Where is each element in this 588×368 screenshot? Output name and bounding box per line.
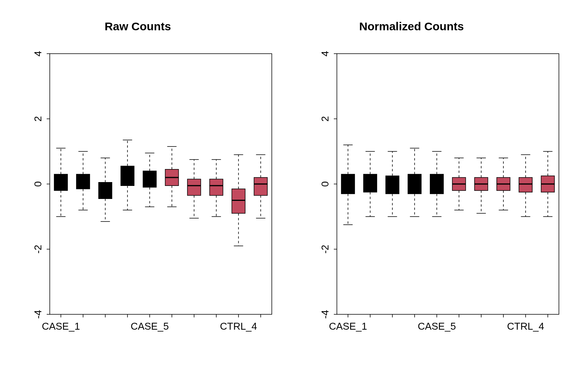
svg-text:-2: -2 — [319, 245, 331, 253]
svg-rect-78 — [254, 177, 268, 196]
svg-text:CASE_1: CASE_1 — [42, 320, 80, 332]
svg-rect-71 — [232, 189, 245, 214]
chart-title-left: Raw Counts — [88, 20, 188, 33]
svg-rect-64 — [210, 179, 223, 196]
svg-text:-4: -4 — [32, 310, 44, 319]
svg-text:2: 2 — [319, 116, 331, 122]
svg-text:CTRL_4: CTRL_4 — [220, 320, 257, 332]
boxplot-left: -4-2024CASE_1CASE_5CTRL_4 — [4, 38, 287, 356]
chart-canvas: Raw Counts Normalized Counts -4-2024CASE… — [0, 0, 588, 368]
svg-text:0: 0 — [319, 181, 331, 187]
svg-text:4: 4 — [32, 51, 44, 56]
svg-rect-113 — [386, 176, 399, 194]
svg-text:4: 4 — [319, 51, 331, 56]
svg-text:CASE_1: CASE_1 — [329, 320, 367, 332]
svg-text:CTRL_4: CTRL_4 — [507, 320, 544, 332]
boxplot-right: -4-2024CASE_1CASE_5CTRL_4 — [291, 38, 574, 356]
svg-rect-22 — [77, 174, 90, 189]
svg-text:CASE_5: CASE_5 — [131, 320, 169, 332]
svg-rect-155 — [519, 177, 532, 192]
svg-text:CASE_5: CASE_5 — [418, 320, 456, 332]
svg-text:-4: -4 — [319, 310, 331, 319]
svg-text:-2: -2 — [32, 245, 44, 253]
svg-text:0: 0 — [32, 181, 44, 187]
svg-rect-106 — [364, 174, 377, 192]
svg-text:2: 2 — [32, 116, 44, 122]
chart-title-right: Normalized Counts — [343, 20, 480, 33]
svg-rect-57 — [188, 179, 201, 196]
svg-rect-43 — [143, 171, 157, 187]
